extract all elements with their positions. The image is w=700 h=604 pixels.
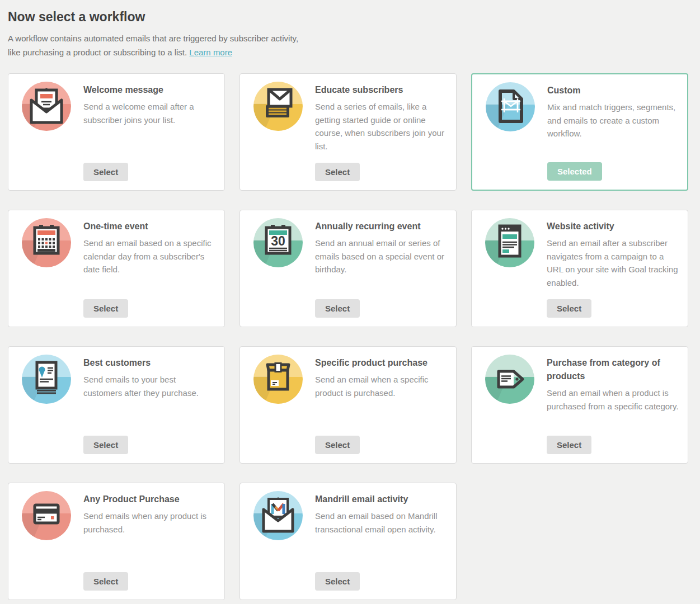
card-title: Welcome message: [83, 83, 217, 97]
blueprint-page-icon: [486, 82, 535, 131]
card-description: Send a series of emails, like a getting …: [315, 100, 448, 153]
calendar-30-icon: 30: [253, 218, 303, 267]
icon-circle: [253, 491, 303, 540]
mandrill-envelope-icon: [253, 491, 303, 540]
card-description: Send an email after a subscriber navigat…: [547, 237, 680, 289]
selected-button[interactable]: Selected: [547, 162, 602, 181]
workflow-card: Any Product Purchase Send emails when an…: [8, 483, 225, 600]
card-title: Custom: [547, 84, 679, 97]
learn-more-link[interactable]: Learn more: [189, 48, 232, 57]
card-description: Send an email based on a specific calend…: [83, 237, 217, 276]
card-title: Mandrill email activity: [315, 493, 448, 506]
icon-circle: [22, 82, 71, 131]
envelope-stack-icon: [253, 82, 303, 131]
subtitle-line1: A workflow contains automated emails tha…: [8, 34, 298, 43]
svg-text:30: 30: [271, 234, 285, 248]
calendar-dots-icon: [22, 218, 71, 267]
workflow-card: Specific product purchase Send an email …: [239, 346, 457, 464]
icon-circle: [485, 355, 534, 404]
workflow-card: Custom Mix and match triggers, segments,…: [471, 73, 688, 191]
browser-window-icon: [485, 218, 534, 267]
card-title: Educate subscribers: [315, 83, 448, 97]
certificate-icon: [22, 355, 71, 404]
icon-circle: [22, 491, 71, 540]
workflow-card: Best customers Send emails to your best …: [8, 346, 225, 464]
card-description: Mix and match triggers, segments, and em…: [547, 101, 679, 140]
icon-circle: 30: [253, 218, 303, 267]
card-title: Purchase from category of products: [547, 356, 680, 383]
card-description: Send an email based on Mandrill transact…: [315, 509, 448, 536]
select-button[interactable]: Select: [83, 572, 128, 591]
select-button[interactable]: Select: [547, 299, 591, 318]
select-button[interactable]: Select: [315, 572, 360, 591]
card-title: One-time event: [83, 220, 217, 233]
workflow-card: Educate subscribers Send a series of ema…: [239, 73, 457, 191]
subtitle-line2: like purchasing a product or subscribing…: [8, 48, 187, 57]
card-title: Specific product purchase: [315, 356, 448, 370]
card-title: Annually recurring event: [315, 220, 448, 233]
icon-circle: [253, 82, 303, 131]
product-box-icon: [253, 355, 303, 404]
card-description: Send emails to your best customers after…: [83, 373, 217, 399]
select-button[interactable]: Select: [315, 436, 360, 454]
icon-circle: [22, 218, 71, 267]
page-title: Now select a workflow: [8, 9, 688, 25]
workflow-card: One-time event Send an email based on a …: [8, 210, 225, 327]
select-button[interactable]: Select: [315, 299, 360, 318]
card-title: Best customers: [83, 356, 217, 370]
icon-circle: [485, 218, 534, 267]
page-header: Now select a workflow A workflow contain…: [8, 9, 688, 59]
workflow-card: Mandrill email activity Send an email ba…: [239, 483, 457, 600]
card-title: Website activity: [547, 220, 680, 233]
select-button[interactable]: Select: [83, 436, 128, 454]
page-subtitle: A workflow contains automated emails tha…: [8, 31, 332, 59]
card-title: Any Product Purchase: [83, 493, 217, 506]
card-description: Send an email when a specific product is…: [315, 373, 448, 399]
welcome-envelope-icon: [22, 82, 71, 131]
select-button[interactable]: Select: [315, 163, 360, 181]
icon-circle: [253, 355, 303, 404]
icon-circle: [486, 82, 535, 131]
card-description: Send an annual email or series of emails…: [315, 237, 448, 276]
select-button[interactable]: Select: [547, 436, 591, 454]
select-button[interactable]: Select: [83, 163, 128, 181]
category-tag-icon: [485, 355, 534, 404]
icon-circle: [22, 355, 71, 404]
workflow-card: Welcome message Send a welcome email aft…: [8, 73, 225, 191]
workflow-card: Website activity Send an email after a s…: [471, 210, 688, 327]
workflow-card: 30 Annually recurring event Send an annu…: [239, 210, 457, 327]
workflow-card: Purchase from category of products Send …: [471, 346, 688, 464]
card-description: Send an email when a product is purchase…: [547, 386, 680, 413]
select-button[interactable]: Select: [83, 299, 128, 318]
credit-card-icon: [22, 491, 71, 540]
card-description: Send emails when any product is purchase…: [83, 509, 217, 536]
workflow-grid: Welcome message Send a welcome email aft…: [8, 73, 688, 600]
card-description: Send a welcome email after a subscriber …: [83, 100, 217, 126]
